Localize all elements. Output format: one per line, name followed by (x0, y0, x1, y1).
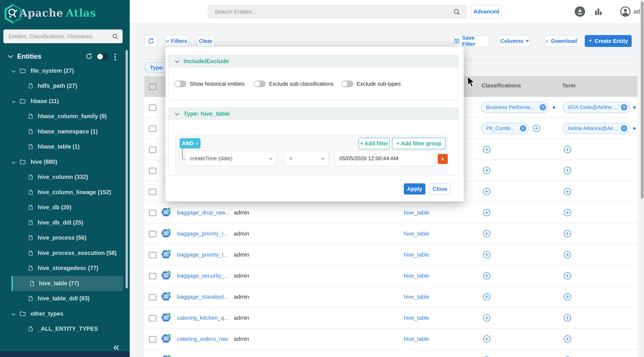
remove-condition-button[interactable]: x (438, 154, 448, 164)
sidebar-item-hive_table[interactable]: hive_table (77) (12, 276, 123, 291)
entity-type-link[interactable]: hive_table (404, 315, 429, 321)
chevron-down-icon[interactable] (8, 53, 13, 58)
entity-name-link[interactable]: catering_kitchen_q... (177, 315, 229, 321)
close-button[interactable]: Close (429, 183, 451, 194)
sidebar-item-hive_table_ddl[interactable]: hive_table_ddl (83) (0, 291, 123, 306)
refresh-results-button[interactable] (144, 35, 158, 47)
add-term-icon[interactable] (564, 166, 571, 174)
add-classification-icon[interactable] (483, 335, 491, 343)
sidebar-item-hive_storagedesc[interactable]: hive_storagedesc (77) (0, 260, 123, 276)
add-term-icon[interactable] (564, 146, 571, 153)
sidebar-item-hive_db_ddl[interactable]: hive_db_ddl (25) (0, 215, 123, 230)
add-term-icon[interactable] (564, 272, 571, 280)
kebab-menu-icon[interactable] (114, 52, 116, 62)
remove-classification-icon[interactable]: ✕ (520, 125, 526, 132)
row-checkbox[interactable] (149, 294, 156, 300)
columns-dropdown-button[interactable]: Columns (499, 35, 530, 47)
entity-name-link[interactable]: baggage_drop_raw... (177, 210, 230, 216)
entity-name-link[interactable]: baggage_security_... (177, 272, 229, 279)
sidebar-scrollbar[interactable] (126, 50, 128, 288)
page-scrollbar-thumb[interactable] (641, 2, 644, 198)
operator-select[interactable]: = (284, 150, 329, 166)
sidebar-item-file_system[interactable]: file_system (27) (0, 63, 123, 78)
remove-classification-icon[interactable]: ✕ (540, 104, 546, 110)
row-checkbox[interactable] (149, 231, 156, 237)
advanced-search-button[interactable]: Advanced (471, 5, 502, 18)
add-classification-icon[interactable] (483, 166, 491, 174)
statistics-icon[interactable] (593, 6, 604, 18)
search-icon[interactable] (453, 8, 460, 16)
row-checkbox[interactable] (149, 104, 156, 111)
entity-type-link[interactable]: hive_table (404, 294, 429, 300)
include-exclude-header[interactable]: Include/Exclude (168, 55, 458, 67)
add-classification-icon[interactable] (483, 356, 491, 357)
add-filter-button[interactable]: + Add filter (358, 138, 390, 149)
add-classification-icon[interactable] (483, 146, 491, 153)
add-term-icon[interactable] (564, 335, 571, 343)
filters-button[interactable]: Filters (165, 35, 188, 47)
column-header-term[interactable]: Term (562, 82, 576, 89)
create-entity-button[interactable]: + Create Entity (585, 35, 632, 47)
sidebar-item-hdfs_path[interactable]: hdfs_path (27) (0, 78, 123, 94)
sidebar-item-all_entity_types[interactable]: _ALL_ENTITY_TYPES (0, 321, 123, 336)
add-classification-icon[interactable] (483, 230, 491, 238)
toggle-exclude-subtypes[interactable]: Exclude sub-types (342, 80, 401, 87)
add-classification-icon[interactable] (483, 251, 491, 258)
entity-name-link[interactable]: baggage_priority_l... (177, 230, 228, 237)
classification-chip[interactable]: PII_Combined ✕ (481, 123, 529, 134)
clear-filters-button[interactable]: Clear (197, 35, 215, 47)
row-checkbox[interactable] (149, 210, 156, 216)
term-chip[interactable]: Airline Alliance@Air... ✕ (563, 123, 630, 134)
toggle-switch[interactable] (342, 80, 353, 87)
add-term-icon[interactable] (564, 314, 571, 322)
global-search-input[interactable] (208, 5, 467, 18)
row-checkbox[interactable] (149, 126, 156, 132)
add-term-icon[interactable] (564, 230, 571, 238)
entity-type-link[interactable]: hive_table (404, 230, 429, 237)
sidebar-item-hive[interactable]: hive (880) (0, 154, 123, 170)
toggle-switch[interactable] (254, 80, 266, 87)
type-filter-header[interactable]: Type: hive_table (168, 108, 458, 120)
add-term-icon[interactable] (564, 209, 571, 216)
remove-term-icon[interactable]: ✕ (621, 125, 627, 132)
select-all-checkbox[interactable] (149, 84, 156, 90)
entity-type-link[interactable]: hive_table (404, 336, 429, 342)
sidebar-collapse-button[interactable]: « (113, 341, 119, 352)
add-term-icon[interactable] (564, 356, 571, 357)
remove-term-icon[interactable]: ✕ (621, 104, 627, 110)
apply-button[interactable]: Apply (404, 183, 426, 194)
row-checkbox[interactable] (149, 147, 156, 153)
sidebar-item-hive_db[interactable]: hive_db (20) (0, 200, 123, 215)
sidebar-item-hbase_namespace[interactable]: hbase_namespace (1) (0, 124, 123, 139)
term-chip[interactable]: IATA Code@Airline ... ✕ (563, 102, 630, 113)
row-checkbox[interactable] (149, 315, 156, 322)
row-checkbox[interactable] (149, 273, 156, 279)
row-checkbox[interactable] (149, 189, 156, 195)
sidebar-item-hive_column[interactable]: hive_column (332) (0, 169, 123, 185)
add-classification-icon[interactable] (483, 209, 491, 216)
column-header-classifications[interactable]: Classifications (482, 82, 521, 89)
toggle-exclude-subclassifications[interactable]: Exclude sub-classifications (254, 80, 334, 87)
refresh-icon[interactable] (85, 52, 93, 61)
entity-name-link[interactable]: baggage_standard... (177, 294, 228, 300)
sidebar-search-input[interactable] (3, 30, 122, 43)
add-filter-group-button[interactable]: + Add filter group (392, 138, 446, 149)
sidebar-item-other_types[interactable]: other_types (0, 306, 123, 322)
add-classification-icon[interactable] (483, 188, 491, 196)
entity-name-link[interactable]: catering_orders_raw (177, 336, 228, 342)
export-icon[interactable] (574, 6, 586, 18)
sidebar-item-hive_column_lineage[interactable]: hive_column_lineage (152) (0, 185, 123, 200)
sidebar-item-hive_process_execution[interactable]: hive_process_execution (58) (0, 246, 123, 261)
add-classification-icon[interactable] (483, 272, 491, 280)
entity-name-link[interactable]: baggage_priority_l... (177, 252, 228, 258)
date-value-input[interactable]: 05/05/2020 12:00:44 AM (334, 150, 435, 166)
entity-type-link[interactable]: hive_table (404, 210, 429, 216)
sidebar-item-hbase_column_family[interactable]: hbase_column_family (9) (0, 109, 123, 124)
add-term-icon[interactable] (564, 188, 571, 196)
sidebar-item-hbase_table[interactable]: hbase_table (1) (0, 139, 123, 154)
toggle-show-historical[interactable]: Show historical entities (174, 80, 245, 87)
attribute-select[interactable]: createTime (date) (185, 150, 277, 166)
sidebar-item-hive_process[interactable]: hive_process (56) (0, 230, 123, 246)
condition-dropdown[interactable]: AND (180, 138, 200, 148)
add-term-icon[interactable] (564, 293, 571, 301)
